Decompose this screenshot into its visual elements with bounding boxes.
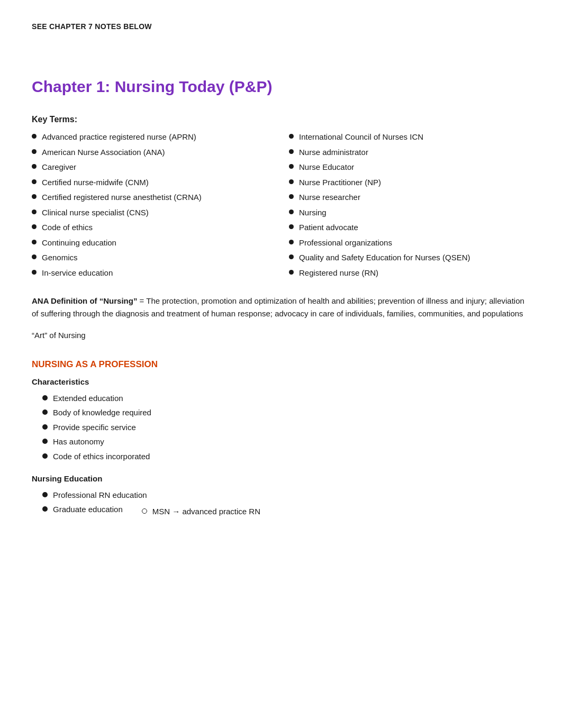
key-term-text: Nurse Practitioner (NP) — [299, 177, 381, 189]
key-terms-left-col: Advanced practice registered nurse (APRN… — [32, 131, 273, 282]
sub-list-item: MSN → advanced practice RN — [142, 506, 260, 518]
bullet-icon — [289, 254, 294, 259]
top-note: SEE CHAPTER 7 NOTES BELOW — [32, 21, 530, 32]
key-term-item: Nurse administrator — [289, 147, 530, 159]
bullet-icon — [42, 395, 48, 401]
key-term-item: Registered nurse (RN) — [289, 267, 530, 279]
key-term-item: Clinical nurse specialist (CNS) — [32, 207, 273, 219]
bullet-icon — [32, 240, 37, 244]
sub-item-text: MSN → advanced practice RN — [152, 506, 260, 518]
list-item: Code of ethics incorporated — [42, 451, 530, 463]
item-text: Graduate education — [53, 504, 123, 516]
key-term-item: Nurse Practitioner (NP) — [289, 177, 530, 189]
bullet-icon — [42, 410, 48, 415]
key-term-text: Certified nurse-midwife (CNM) — [42, 177, 149, 189]
key-term-text: Nursing — [299, 207, 327, 219]
key-term-text: American Nurse Association (ANA) — [42, 147, 165, 159]
key-term-text: Quality and Safety Education for Nurses … — [299, 252, 470, 264]
bullet-icon — [289, 149, 294, 154]
key-term-text: Code of ethics — [42, 222, 93, 234]
item-text: Provide specific service — [53, 422, 136, 434]
item-text: Has autonomy — [53, 436, 104, 448]
bullet-icon — [42, 506, 48, 512]
bullet-icon — [289, 210, 294, 214]
key-term-text: Certified registered nurse anesthetist (… — [42, 192, 202, 204]
characteristics-list: Extended educationBody of knowledge requ… — [42, 393, 530, 463]
bullet-icon — [42, 453, 48, 459]
key-term-item: Patient advocate — [289, 222, 530, 234]
bullet-icon — [289, 194, 294, 199]
bullet-icon — [42, 424, 48, 430]
bullet-icon — [32, 164, 37, 169]
key-term-text: Nurse administrator — [299, 147, 368, 159]
list-item: Body of knowledge required — [42, 407, 530, 419]
key-term-text: Genomics — [42, 252, 78, 264]
key-term-item: Nursing — [289, 207, 530, 219]
key-term-text: Professional organizations — [299, 237, 392, 249]
item-text: Body of knowledge required — [53, 407, 151, 419]
key-term-item: Quality and Safety Education for Nurses … — [289, 252, 530, 264]
bullet-icon — [289, 224, 294, 229]
bullet-icon — [289, 270, 294, 275]
art-note: “Art” of Nursing — [32, 330, 530, 342]
bullet-icon — [32, 179, 37, 184]
key-term-item: International Council of Nurses ICN — [289, 131, 530, 143]
key-terms-heading: Key Terms: — [32, 113, 530, 126]
nursing-education-list: Professional RN educationGraduate educat… — [42, 489, 530, 520]
key-term-item: Advanced practice registered nurse (APRN… — [32, 131, 273, 143]
bullet-icon — [32, 270, 37, 275]
key-term-text: Caregiver — [42, 161, 76, 174]
bullet-icon — [32, 254, 37, 259]
bullet-icon — [32, 210, 37, 214]
key-term-text: Registered nurse (RN) — [299, 267, 378, 279]
bullet-icon — [289, 164, 294, 169]
circle-bullet-icon — [142, 508, 147, 514]
chapter-title: Chapter 1: Nursing Today (P&P) — [32, 75, 530, 98]
ana-definition-label: ANA Definition of “Nursing” = The protec… — [32, 296, 524, 318]
key-term-text: Nurse researcher — [299, 192, 360, 204]
bullet-icon — [32, 149, 37, 154]
key-term-text: Patient advocate — [299, 222, 358, 234]
item-text: Code of ethics incorporated — [53, 451, 150, 463]
bullet-icon — [289, 179, 294, 184]
key-term-item: Certified registered nurse anesthetist (… — [32, 192, 273, 204]
ana-definition-block: ANA Definition of “Nursing” = The protec… — [32, 295, 530, 320]
key-term-item: Continuing education — [32, 237, 273, 249]
key-term-text: Continuing education — [42, 237, 116, 249]
bullet-icon — [289, 134, 294, 139]
bullet-icon — [42, 439, 48, 444]
profession-heading: NURSING AS A PROFESSION — [32, 358, 530, 371]
characteristics-heading: Characteristics — [32, 376, 530, 388]
key-term-item: Professional organizations — [289, 237, 530, 249]
key-term-item: Nurse Educator — [289, 161, 530, 174]
key-term-text: International Council of Nurses ICN — [299, 131, 423, 143]
key-term-text: In-service education — [42, 267, 113, 279]
key-term-item: Code of ethics — [32, 222, 273, 234]
key-term-item: Genomics — [32, 252, 273, 264]
key-term-item: Caregiver — [32, 161, 273, 174]
item-text: Professional RN education — [53, 489, 147, 502]
item-text: Extended education — [53, 393, 123, 405]
key-term-item: In-service education — [32, 267, 273, 279]
key-term-text: Nurse Educator — [299, 161, 354, 174]
nursing-education-heading: Nursing Education — [32, 473, 530, 485]
bullet-icon — [42, 492, 48, 497]
bullet-icon — [289, 240, 294, 244]
list-item: Has autonomy — [42, 436, 530, 448]
key-term-item: Certified nurse-midwife (CNM) — [32, 177, 273, 189]
list-item: Professional RN education — [42, 489, 530, 502]
bullet-icon — [32, 194, 37, 199]
key-term-item: Nurse researcher — [289, 192, 530, 204]
key-terms-right-col: International Council of Nurses ICNNurse… — [289, 131, 530, 282]
list-item: Extended education — [42, 393, 530, 405]
list-item: Graduate educationMSN → advanced practic… — [42, 504, 530, 520]
key-term-text: Clinical nurse specialist (CNS) — [42, 207, 149, 219]
key-term-item: American Nurse Association (ANA) — [32, 147, 273, 159]
bullet-icon — [32, 134, 37, 139]
key-term-text: Advanced practice registered nurse (APRN… — [42, 131, 196, 143]
bullet-icon — [32, 224, 37, 229]
graduate-sub-list: MSN → advanced practice RN — [142, 506, 260, 520]
list-item: Provide specific service — [42, 422, 530, 434]
